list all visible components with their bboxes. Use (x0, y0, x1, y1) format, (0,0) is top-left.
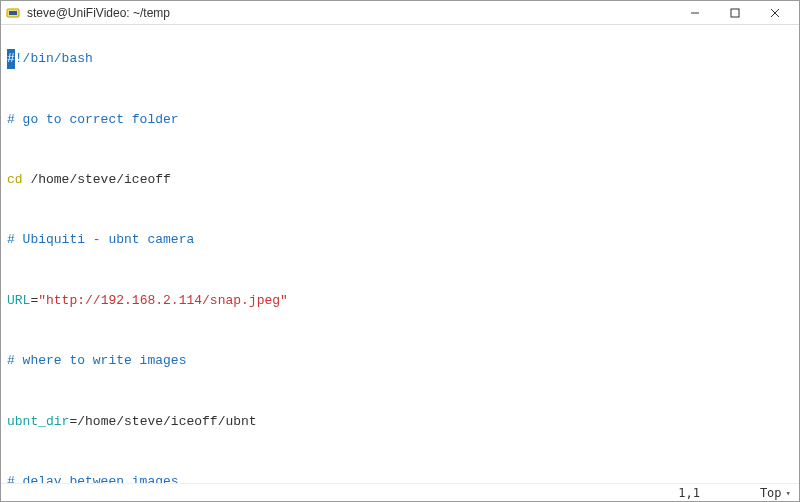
maximize-button[interactable] (715, 1, 755, 25)
code-line: # where to write images (7, 351, 793, 371)
chevron-down-icon: ▾ (786, 488, 791, 498)
window-title: steve@UniFiVideo: ~/temp (27, 6, 675, 20)
code-line: cd /home/steve/iceoff (7, 170, 793, 190)
code-line: #!/bin/bash (7, 49, 793, 69)
svg-rect-1 (9, 11, 17, 15)
code-line: # go to correct folder (7, 110, 793, 130)
code-line: # delay between images (7, 472, 793, 483)
vim-statusbar: 1,1 Top ▾ (1, 483, 799, 501)
cursor: # (7, 49, 15, 69)
window-controls (675, 1, 795, 25)
code-line: ubnt_dir=/home/steve/iceoff/ubnt (7, 412, 793, 432)
code-line: # Ubiquiti - ubnt camera (7, 230, 793, 250)
editor-viewport[interactable]: #!/bin/bash # go to correct folder cd /h… (1, 25, 799, 483)
svg-rect-3 (731, 9, 739, 17)
window-titlebar: steve@UniFiVideo: ~/temp (1, 1, 799, 25)
code-line: URL="http://192.168.2.114/snap.jpeg" (7, 291, 793, 311)
cursor-position: 1,1 (678, 486, 700, 500)
minimize-button[interactable] (675, 1, 715, 25)
putty-icon (5, 5, 21, 21)
close-button[interactable] (755, 1, 795, 25)
scroll-indicator: Top (760, 486, 782, 500)
